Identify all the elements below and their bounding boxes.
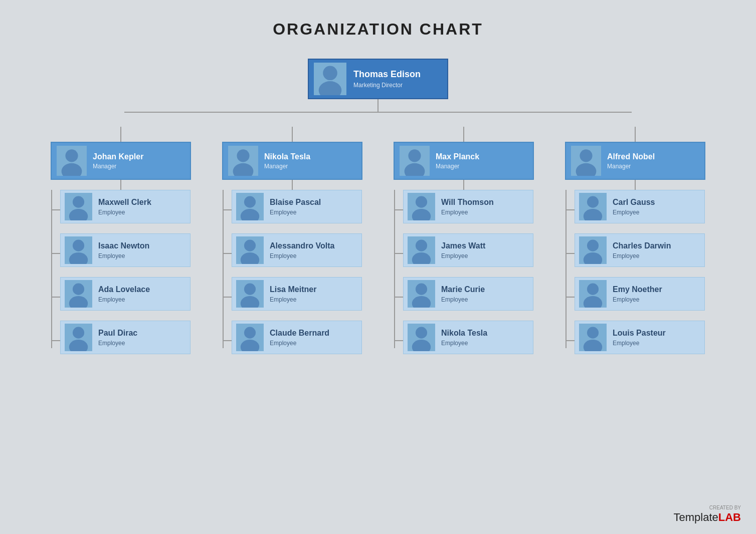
employee-card: Will ThomsonEmployee	[403, 190, 533, 223]
employee-avatar	[408, 236, 435, 264]
manager-avatar	[400, 146, 430, 176]
avatar-silhouette	[408, 280, 435, 308]
employee-card-info: Marie CurieEmployee	[441, 285, 485, 303]
avatar-silhouette-top	[314, 63, 346, 95]
employee-card-info: Blaise PascalEmployee	[270, 197, 321, 215]
employee-avatar	[579, 280, 607, 308]
svg-point-5	[69, 209, 88, 220]
employee-card-wrap: Emy NoetherEmployee	[575, 277, 705, 316]
employee-card-info: Nikola TeslaEmployee	[441, 328, 487, 346]
employee-card: Isaac NewtonEmployee	[60, 233, 191, 267]
org-chart: Thomas Edison Marketing Director Johan K…	[40, 59, 716, 364]
svg-point-7	[69, 252, 88, 264]
employee-role: Employee	[270, 252, 335, 259]
avatar-silhouette	[579, 236, 607, 264]
svg-point-26	[416, 240, 427, 251]
manager-name: Alfred Nobel	[607, 152, 655, 161]
employee-role: Employee	[613, 252, 671, 259]
svg-point-18	[244, 284, 256, 295]
manager-card-info: Alfred NobelManager	[607, 152, 655, 170]
employee-card: Claude BernardEmployee	[232, 321, 362, 354]
svg-point-34	[587, 196, 599, 208]
svg-point-40	[587, 327, 599, 339]
svg-point-37	[584, 252, 602, 264]
employee-card-wrap: Will ThomsonEmployee	[403, 190, 533, 228]
employee-row: Blaise PascalEmployee	[223, 190, 362, 228]
manager-name: Nikola Tesla	[264, 152, 310, 161]
branch-down-connector	[635, 127, 636, 142]
employee-card-wrap: Ada LovelaceEmployee	[60, 277, 191, 316]
employee-card-wrap: Alessandro VoltaEmployee	[232, 233, 362, 272]
manager-name: Johan Kepler	[93, 152, 143, 161]
employee-name: James Watt	[441, 241, 485, 250]
employee-card-wrap: Isaac NewtonEmployee	[60, 233, 191, 272]
branch-to-emp-connector	[463, 180, 464, 190]
svg-point-31	[412, 340, 431, 351]
branch-down-connector	[463, 127, 464, 142]
branch-to-emp-connector	[292, 180, 293, 190]
manager-role: Manager	[436, 163, 479, 170]
employee-card-wrap: Charles DarwinEmployee	[575, 233, 705, 272]
employee-card-wrap: Louis PasteurEmployee	[575, 321, 705, 359]
watermark-template: Template	[674, 511, 718, 523]
svg-point-24	[416, 196, 427, 208]
employee-card: Emy NoetherEmployee	[575, 277, 705, 311]
employee-card: Louis PasteurEmployee	[575, 321, 705, 354]
employee-card-wrap: Paul DiracEmployee	[60, 321, 191, 359]
employee-list: Carl GaussEmployeeCharles DarwinEmployee…	[565, 190, 705, 364]
employee-role: Employee	[270, 296, 316, 303]
top-name: Thomas Edison	[353, 69, 421, 80]
employee-card-info: Carl GaussEmployee	[613, 197, 655, 215]
svg-point-32	[580, 149, 592, 162]
employee-role: Employee	[613, 340, 666, 347]
top-down-connector	[377, 99, 379, 112]
avatar-silhouette	[57, 146, 87, 176]
avatar-silhouette	[408, 193, 435, 220]
svg-point-25	[412, 209, 431, 220]
branch-3: Alfred NobelManagerCarl GaussEmployeeCha…	[554, 127, 716, 364]
employee-card-info: Maxwell ClerkEmployee	[98, 197, 151, 215]
employee-avatar	[579, 193, 607, 220]
svg-point-29	[412, 296, 431, 308]
employee-avatar	[408, 280, 435, 308]
employee-name: Maxwell Clerk	[98, 197, 151, 207]
svg-point-2	[65, 149, 78, 162]
employee-card: Marie CurieEmployee	[403, 277, 533, 311]
employee-card: Paul DiracEmployee	[60, 321, 191, 354]
avatar-silhouette	[408, 324, 435, 351]
manager-card-info: Nikola TeslaManager	[264, 152, 310, 170]
svg-point-9	[69, 296, 88, 308]
manager-name: Max Planck	[436, 152, 479, 161]
employee-avatar	[579, 236, 607, 264]
employee-card-wrap: Carl GaussEmployee	[575, 190, 705, 228]
manager-card-info: Max PlanckManager	[436, 152, 479, 170]
employee-role: Employee	[98, 296, 150, 303]
employee-card-info: Isaac NewtonEmployee	[98, 241, 149, 259]
employee-name: Will Thomson	[441, 197, 494, 207]
employee-card-info: Louis PasteurEmployee	[613, 328, 666, 346]
employee-role: Employee	[613, 209, 655, 216]
employee-card: Lisa MeitnerEmployee	[232, 277, 362, 311]
employee-row: Claude BernardEmployee	[223, 321, 362, 359]
employee-avatar	[236, 324, 264, 351]
employee-name: Blaise Pascal	[270, 197, 321, 207]
svg-point-39	[584, 296, 602, 308]
manager-avatar	[57, 146, 87, 176]
watermark-created: CREATED BY	[709, 505, 741, 510]
employee-name: Nikola Tesla	[441, 328, 487, 338]
watermark: CREATED BY TemplateLAB	[674, 504, 741, 524]
employee-role: Employee	[613, 296, 662, 303]
employee-row: Carl GaussEmployee	[565, 190, 705, 228]
avatar-silhouette	[65, 280, 92, 308]
manager-avatar	[228, 146, 258, 176]
employee-avatar	[408, 324, 435, 351]
employee-card-wrap: Marie CurieEmployee	[403, 277, 533, 316]
employee-role: Employee	[441, 296, 485, 303]
employee-card-wrap: Lisa MeitnerEmployee	[232, 277, 362, 316]
employee-role: Employee	[441, 209, 494, 216]
employee-avatar	[65, 280, 92, 308]
employee-row: Alessandro VoltaEmployee	[223, 233, 362, 272]
employee-name: Lisa Meitner	[270, 285, 316, 294]
avatar-silhouette	[65, 193, 92, 220]
avatar-silhouette	[579, 280, 607, 308]
